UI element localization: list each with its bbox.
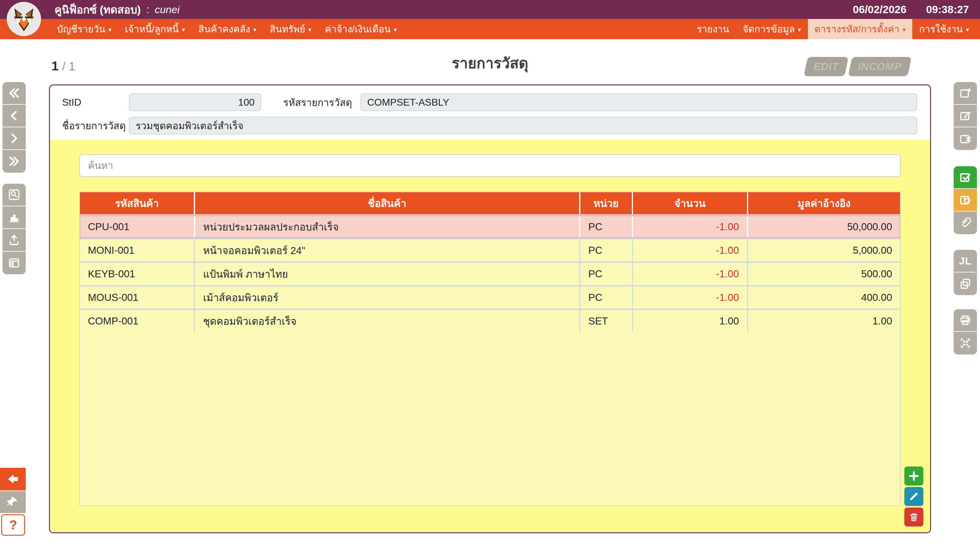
material-name-field[interactable] [129,117,917,134]
cell-ref-value: 400.00 [748,286,900,308]
cell-product-name: เม้าส์คอมพิวเตอร์ [195,286,579,308]
nav-label: เจ้าหนี้/ลูกหนี้ [125,21,179,37]
print-button[interactable] [954,309,977,332]
back-button[interactable] [0,468,26,491]
copy-button[interactable] [954,272,977,295]
delete-row-button[interactable] [904,508,923,527]
new-document-button[interactable] [954,82,977,105]
current-user: cunei [155,4,180,16]
pin-button[interactable] [0,491,26,513]
next-record-button[interactable] [2,127,26,150]
attachment-button[interactable] [954,211,977,234]
cuneifox-logo[interactable] [7,2,41,36]
cell-unit: PC [580,240,632,261]
export-button[interactable] [2,229,26,252]
chevrons-right-icon [7,155,21,168]
cell-product-code: COMP-001 [80,310,194,332]
nav-code-tables-settings[interactable]: ตารางรหัส/การตั้งค่า ▾ [808,19,913,39]
question-mark-icon: ? [9,518,17,532]
nav-label: จัดการข้อมูล [743,21,795,37]
edit-document-button[interactable] [954,105,977,127]
header-unit: หน่วย [580,192,632,214]
caret-down-icon: ▾ [108,27,111,33]
nav-payroll[interactable]: ค่าจ้าง/เงินเดือน ▾ [318,19,404,39]
chevron-left-icon [7,109,21,122]
tools-group [2,184,26,274]
clock: 06/02/2026 09:38:27 [853,3,969,16]
cancel-document-button[interactable] [954,127,977,150]
edit-status-badge: EDIT [803,57,849,76]
material-code-field[interactable] [360,94,917,111]
edit-row-button[interactable] [904,487,923,506]
list-view-button[interactable] [2,252,26,274]
arrow-left-icon [6,472,20,486]
nav-daily-journal[interactable]: บัญชีรายวัน ▾ [50,19,118,39]
revert-button[interactable] [954,189,977,211]
detail-panel: รหัสสินค้า ชื่อสินค้า หน่วย จำนวน มูลค่า… [50,140,930,532]
stid-label: StID [62,97,129,108]
current-date: 06/02/2026 [853,3,907,16]
material-code-label: รหัสรายการวัสดุ [283,95,360,110]
cell-unit: SET [580,310,632,332]
nav-assets[interactable]: สินทรัพย์ ▾ [263,19,318,39]
app-title: คูนิฟ็อกซ์ (ทดสอบ) : cunei [54,1,180,18]
current-time: 09:38:27 [926,3,969,16]
bar-chart-icon [7,211,21,224]
stid-field[interactable] [129,94,261,111]
add-row-button[interactable] [904,467,923,486]
nav-label: ค่าจ้าง/เงินเดือน [325,21,391,37]
document-x-icon [959,132,972,145]
help-button[interactable]: ? [1,514,25,536]
jl-label: JL [959,255,972,267]
cell-product-name: หน้าจอคอมพิวเตอร์ 24" [195,240,579,261]
cell-quantity: 1.00 [633,310,747,332]
menu-right: รายงาน จัดการข้อมูล ▾ ตารางรหัส/การตั้งค… [690,19,976,39]
preview-search-button[interactable] [2,184,26,206]
table-row[interactable]: CPU-001 หน่วยประมวลผลประกอบสำเร็จ PC -1.… [80,216,900,238]
nav-payable-receivable[interactable]: เจ้าหนี้/ลูกหนี้ ▾ [118,19,192,39]
printer-icon [959,313,972,327]
qr-scan-button[interactable] [954,332,977,354]
material-list-card: StID รหัสรายการวัสดุ ชื่อรายการวัสดุ รหั… [49,84,931,533]
journal-link-button[interactable]: JL [954,250,977,272]
trash-icon [908,511,920,522]
journal-group: JL [954,250,977,295]
pencil-icon [908,491,920,502]
table-body: CPU-001 หน่วยประมวลผลประกอบสำเร็จ PC -1.… [80,214,900,332]
table-row[interactable]: KEYB-001 แป้นพิมพ์ ภาษาไทย PC -1.00 500.… [80,263,900,285]
approve-button[interactable] [954,166,977,189]
table-row[interactable]: COMP-001 ชุดคอมพิวเตอร์สำเร็จ SET 1.00 1… [80,310,900,332]
cell-quantity: -1.00 [633,263,747,285]
nav-label: รายงาน [697,21,729,37]
nav-usage[interactable]: การใช้งาน ▾ [912,19,976,39]
caret-down-icon: ▾ [394,27,397,33]
app-window: คูนิฟ็อกซ์ (ทดสอบ) : cunei 06/02/2026 09… [0,0,980,551]
last-record-button[interactable] [2,150,26,173]
nav-reports[interactable]: รายงาน [690,19,736,39]
cell-product-code: KEYB-001 [80,263,194,285]
cell-unit: PC [580,286,632,308]
previous-record-button[interactable] [2,105,26,127]
first-record-button[interactable] [2,82,26,105]
nav-label: สินค้าคงคลัง [199,21,250,37]
nav-label: ตารางรหัส/การตั้งค่า [815,21,900,37]
cell-ref-value: 500.00 [748,263,900,285]
status-badges: EDIT INCOMP [806,57,910,76]
cell-quantity: -1.00 [633,216,747,238]
document-plus-icon [959,86,972,100]
document-search-icon [7,188,21,202]
nav-inventory[interactable]: สินค้าคงคลัง ▾ [192,19,263,39]
menu-left: บัญชีรายวัน ▾ เจ้าหนี้/ลูกหนี้ ▾ สินค้าค… [50,19,404,39]
table-row[interactable]: MOUS-001 เม้าส์คอมพิวเตอร์ PC -1.00 400.… [80,286,900,308]
document-undo-icon [959,193,972,206]
search-input[interactable] [79,154,901,177]
nav-data-management[interactable]: จัดการข้อมูล ▾ [736,19,808,39]
table-row[interactable]: MONI-001 หน้าจอคอมพิวเตอร์ 24" PC -1.00 … [80,240,900,261]
chart-button[interactable] [2,206,26,229]
row-actions [904,467,923,527]
chevrons-left-icon [7,86,21,100]
header-product-name: ชื่อสินค้า [195,192,579,214]
output-group [954,309,977,354]
caret-down-icon: ▾ [309,27,312,33]
cell-product-code: MOUS-001 [80,286,194,308]
